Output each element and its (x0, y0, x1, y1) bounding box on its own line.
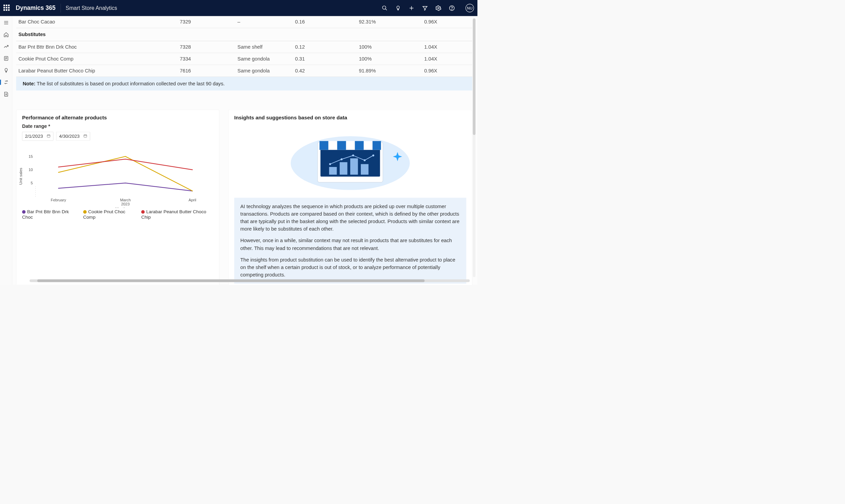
legend: Bar Pnt Bttr Bnn Drk ChocCookie Pnut Cho… (22, 209, 214, 220)
cell-value: Same gondola (237, 68, 295, 74)
cell-value: 100% (359, 56, 424, 62)
nav-hamburger-icon[interactable] (3, 19, 10, 26)
add-icon[interactable] (408, 5, 415, 11)
cell-value: 0.12 (295, 44, 359, 50)
cell-value: 0.16 (295, 19, 359, 25)
search-icon[interactable] (382, 5, 388, 11)
date-from-value: 2/1/2023 (25, 134, 43, 139)
table-row[interactable]: Bar Pnt Bttr Bnn Drk Choc 7328 Same shel… (16, 41, 472, 53)
section-label: Substitutes (18, 32, 180, 38)
legend-swatch (22, 210, 26, 214)
date-to-value: 4/30/2023 (59, 134, 80, 139)
svg-text:5: 5 (31, 181, 33, 185)
svg-point-29 (35, 188, 36, 189)
legend-swatch (83, 210, 87, 214)
svg-point-0 (383, 6, 386, 9)
svg-text:Month: Month (115, 207, 126, 208)
svg-text:2023: 2023 (121, 202, 130, 206)
cell-value: 0.31 (295, 56, 359, 62)
cell-value: 7616 (180, 68, 238, 74)
svg-point-28 (35, 190, 36, 191)
side-nav (0, 16, 12, 285)
svg-text:15: 15 (29, 154, 33, 158)
cell-value: Same gondola (237, 56, 295, 62)
svg-rect-47 (361, 164, 369, 175)
divider (61, 4, 61, 13)
svg-rect-18 (84, 135, 87, 137)
main-content: Bar Choc Cacao 7329 – 0.16 92.31% 0.96X … (12, 16, 477, 285)
legend-item[interactable]: Cookie Pnut Choc Comp (83, 209, 136, 220)
app-name[interactable]: Smart Store Analytics (66, 5, 117, 11)
date-from-field[interactable]: 2/1/2023 (22, 132, 53, 141)
avatar[interactable]: NU (466, 4, 474, 12)
y-axis-label: Unit sales (19, 168, 23, 185)
legend-swatch (141, 210, 145, 214)
cell-value: 0.96X (424, 19, 467, 25)
brand-title[interactable]: Dynamics 365 (16, 5, 55, 12)
svg-point-48 (329, 163, 331, 165)
svg-rect-43 (373, 141, 381, 150)
products-table: Bar Choc Cacao 7329 – 0.16 92.31% 0.96X … (16, 16, 472, 77)
chart-svg: 51015FebruaryMarchApril2023Month (22, 145, 214, 208)
svg-point-25 (35, 196, 36, 197)
line-chart: Unit sales 51015FebruaryMarchApril2023Mo… (22, 145, 214, 208)
cell-value: 91.89% (359, 68, 424, 74)
chart-card: Performance of alternate products Date r… (16, 110, 219, 285)
nav-analytics-icon[interactable] (3, 43, 10, 50)
legend-item[interactable]: Larabar Peanut Butter Choco Chip (141, 209, 213, 220)
insights-card: Insights and suggestions based on store … (228, 110, 472, 285)
svg-text:March: March (120, 198, 131, 202)
svg-point-30 (35, 186, 36, 187)
calendar-icon (47, 134, 51, 139)
date-range-label: Date range * (22, 123, 214, 129)
insights-title: Insights and suggestions based on store … (234, 115, 467, 121)
insights-paragraph: However, once in a while, similar contex… (240, 237, 460, 252)
insights-body: AI technology analyzes the sequence in w… (234, 198, 467, 284)
svg-rect-45 (340, 162, 348, 175)
nav-substitution-icon[interactable] (3, 79, 10, 86)
cell-value: 1.04X (424, 56, 467, 62)
insights-paragraph: AI technology analyzes the sequence in w… (240, 203, 460, 233)
vertical-scrollbar[interactable] (473, 18, 475, 277)
nav-export-icon[interactable] (3, 91, 10, 98)
nav-data-icon[interactable] (3, 55, 10, 62)
insights-paragraph: The insights from product substitution c… (240, 256, 460, 279)
svg-point-4 (438, 7, 439, 9)
svg-rect-40 (320, 141, 328, 150)
gear-icon[interactable] (435, 5, 442, 11)
svg-rect-41 (337, 141, 346, 150)
svg-line-1 (385, 9, 387, 10)
cell-value: 92.31% (359, 19, 424, 25)
svg-rect-44 (329, 167, 337, 175)
cell-name: Larabar Peanut Butter Choco Chip (18, 68, 180, 74)
insights-illustration (234, 121, 467, 198)
cell-value: 1.04X (424, 44, 467, 50)
svg-rect-39 (320, 141, 381, 150)
table-row[interactable]: Larabar Peanut Butter Choco Chip 7616 Sa… (16, 65, 472, 77)
legend-item[interactable]: Bar Pnt Bttr Bnn Drk Choc (22, 209, 78, 220)
app-launcher-icon[interactable] (3, 5, 10, 12)
table-row[interactable]: Cookie Pnut Choc Comp 7334 Same gondola … (16, 53, 472, 65)
note-text: The list of substitutes is based on prod… (37, 81, 225, 86)
header-icons: NU (382, 4, 474, 12)
cell-value: 0.42 (295, 68, 359, 74)
horizontal-scrollbar[interactable] (30, 280, 470, 282)
lightbulb-icon[interactable] (395, 5, 401, 11)
note-box: Note: The list of substitutes is based o… (16, 77, 472, 90)
svg-point-49 (341, 158, 343, 161)
cell-value: Same shelf (237, 44, 295, 50)
cell-name: Cookie Pnut Choc Comp (18, 56, 180, 62)
filter-icon[interactable] (422, 5, 428, 11)
nav-home-icon[interactable] (3, 31, 10, 38)
date-to-field[interactable]: 4/30/2023 (56, 132, 90, 141)
cell-value: 7329 (180, 19, 238, 25)
chart-title: Performance of alternate products (22, 115, 214, 121)
svg-text:February: February (51, 198, 66, 202)
table-row[interactable]: Bar Choc Cacao 7329 – 0.16 92.31% 0.96X (16, 16, 472, 28)
svg-point-50 (352, 154, 354, 156)
svg-text:10: 10 (29, 168, 33, 172)
svg-point-52 (372, 154, 374, 156)
nav-ideas-icon[interactable] (3, 67, 10, 74)
help-icon[interactable] (449, 5, 455, 11)
svg-rect-46 (350, 158, 358, 175)
